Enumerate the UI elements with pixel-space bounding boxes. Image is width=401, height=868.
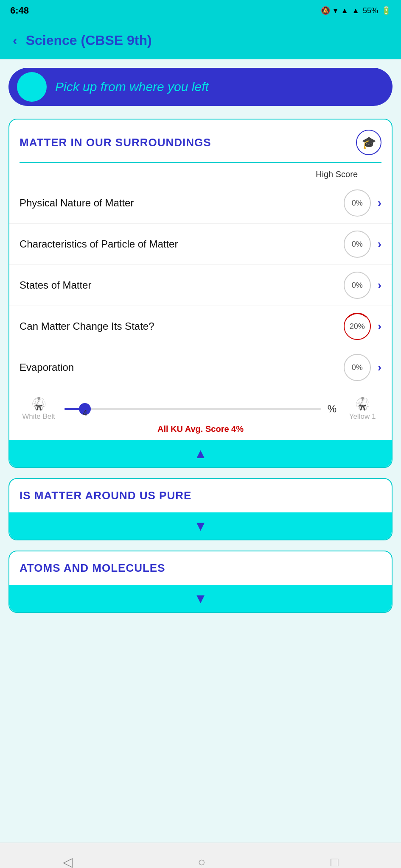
toggle-chevron-down-3: ▼	[194, 591, 208, 606]
chapter-icon-1: 🎓	[356, 130, 381, 155]
signal-icon: ▲	[341, 6, 348, 15]
chapter-toggle-btn-2[interactable]: ▼	[9, 512, 392, 540]
high-score-row: High Score	[9, 170, 392, 183]
nav-header: ‹ Science (CBSE 9th)	[0, 21, 401, 59]
back-nav-button[interactable]: ◁	[63, 854, 73, 868]
topic-name-4: Evaporation	[20, 361, 344, 374]
chapter-toggle-btn-3[interactable]: ▼	[9, 585, 392, 612]
topic-name-1: Characteristics of Particle of Matter	[20, 237, 344, 251]
high-score-label: High Score	[316, 170, 358, 179]
topic-row-3[interactable]: Can Matter Change Its State? 20% ›	[9, 306, 392, 347]
chevron-right-3[interactable]: ›	[378, 320, 381, 333]
battery-level: 55%	[363, 6, 378, 15]
chapter-card-matter-surroundings: MATTER IN OUR SURROUNDINGS 🎓 High Score …	[8, 119, 393, 468]
chevron-right-0[interactable]: ›	[378, 196, 381, 210]
belt-section: 🥋 White Belt 4 % 🥋 Yellow 1 All K	[9, 388, 392, 440]
battery-icon: 🔋	[381, 6, 391, 15]
avg-score-text: All KU Avg. Score 4%	[157, 424, 244, 434]
recents-nav-button[interactable]: □	[331, 855, 338, 868]
score-badge-3: 20%	[344, 313, 371, 340]
score-badge-4: 0%	[344, 354, 371, 381]
notification-icon: 🔕	[321, 6, 330, 15]
chapter-header-1: MATTER IN OUR SURROUNDINGS 🎓	[9, 120, 392, 155]
chapter-title-1: MATTER IN OUR SURROUNDINGS	[20, 136, 211, 149]
main-content: Pick up from where you left MATTER IN OU…	[0, 59, 401, 843]
chapter-toggle-btn-1[interactable]: ▲	[9, 440, 392, 467]
topic-row-2[interactable]: States of Matter 0% ›	[9, 265, 392, 306]
topic-name-0: Physical Nature of Matter	[20, 196, 344, 210]
chapter-card-atoms-molecules: ATOMS AND MOLECULES ▼	[8, 551, 393, 613]
yellow-belt-label: 🥋 Yellow 1	[343, 397, 381, 421]
topic-name-2: States of Matter	[20, 278, 344, 292]
chapter-header-2: IS MATTER AROUND US PURE	[9, 479, 392, 512]
percent-label: %	[328, 403, 337, 415]
pickup-text: Pick up from where you left	[55, 80, 209, 94]
status-bar: 6:48 🔕 ▾ ▲ ▲ 55% 🔋	[0, 0, 401, 21]
white-belt-icon: 🥋	[31, 397, 46, 411]
page-title: Science (CBSE 9th)	[26, 33, 152, 48]
chapter-header-3: ATOMS AND MOLECULES	[9, 551, 392, 585]
white-belt-text: White Belt	[22, 412, 55, 421]
yellow-belt-icon: 🥋	[355, 397, 370, 411]
chapter-title-2: IS MATTER AROUND US PURE	[20, 489, 191, 502]
score-badge-1: 0%	[344, 231, 371, 258]
chapter-card-matter-pure: IS MATTER AROUND US PURE ▼	[8, 478, 393, 540]
bottom-nav: ◁ ○ □	[0, 843, 401, 868]
chevron-right-1[interactable]: ›	[378, 237, 381, 251]
chevron-right-4[interactable]: ›	[378, 361, 381, 374]
topic-row-1[interactable]: Characteristics of Particle of Matter 0%…	[9, 224, 392, 265]
status-icons: 🔕 ▾ ▲ ▲ 55% 🔋	[321, 6, 391, 15]
score-badge-0: 0%	[344, 189, 371, 217]
status-time: 6:48	[10, 5, 29, 16]
white-belt-label: 🥋 White Belt	[20, 397, 58, 421]
back-button[interactable]: ‹	[13, 33, 17, 48]
home-nav-button[interactable]: ○	[198, 855, 205, 868]
yellow-belt-text: Yellow 1	[349, 412, 376, 421]
slider-value: 4	[83, 408, 87, 418]
pickup-banner[interactable]: Pick up from where you left	[8, 68, 393, 106]
topic-name-3: Can Matter Change Its State?	[20, 320, 344, 333]
slider-track: 4	[64, 408, 321, 410]
chapter-divider-1	[20, 162, 381, 163]
chapter-title-3: ATOMS AND MOLECULES	[20, 562, 165, 575]
topic-row-4[interactable]: Evaporation 0% ›	[9, 347, 392, 388]
avg-score-row: All KU Avg. Score 4%	[20, 424, 381, 434]
topic-row-0[interactable]: Physical Nature of Matter 0% ›	[9, 183, 392, 224]
belt-slider-row: 🥋 White Belt 4 % 🥋 Yellow 1	[20, 397, 381, 421]
toggle-chevron-up-1: ▲	[194, 446, 208, 462]
chevron-right-2[interactable]: ›	[378, 278, 381, 292]
pickup-circle-icon	[17, 72, 47, 102]
signal-icon-2: ▲	[352, 6, 359, 15]
wifi-icon: ▾	[334, 6, 337, 15]
belt-slider[interactable]: 4	[64, 401, 321, 417]
score-badge-2: 0%	[344, 272, 371, 299]
toggle-chevron-down-2: ▼	[194, 518, 208, 534]
